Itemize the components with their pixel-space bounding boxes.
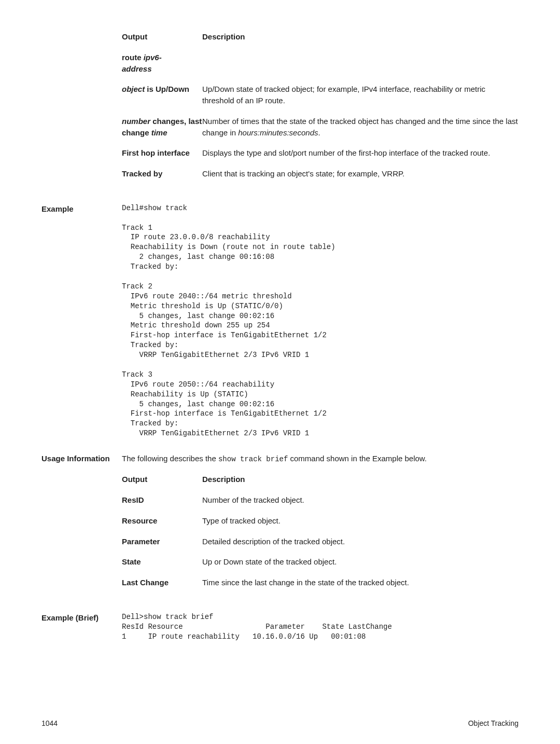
row-term: Parameter xyxy=(122,536,202,547)
table-row: number changes, last change time Number … xyxy=(122,116,519,139)
row-desc: Type of tracked object. xyxy=(202,515,519,527)
usage-header-row: Output Description xyxy=(122,474,519,485)
table-row: object is Up/Down Up/Down state of track… xyxy=(122,84,519,106)
top-output-table: Output Description route ipv6-address ob… xyxy=(41,31,519,189)
row-desc: Time since the last change in the state … xyxy=(202,577,519,588)
row-term: State xyxy=(122,556,202,568)
row-desc: Up/Down state of tracked object; for exa… xyxy=(202,84,519,106)
row-term: Resource xyxy=(122,515,202,527)
row-desc: Displays the type and slot/port number o… xyxy=(202,147,519,159)
table-row: Last Change Time since the last change i… xyxy=(122,577,519,588)
row-desc: Client that is tracking an object's stat… xyxy=(202,168,519,180)
header-desc: Description xyxy=(202,31,519,43)
table-row: First hop interface Displays the type an… xyxy=(122,147,519,159)
page-footer: 1044 Object Tracking xyxy=(41,718,519,728)
row-desc: Detailed description of the tracked obje… xyxy=(202,536,519,547)
sidebar-col: Output Description route ipv6-address ob… xyxy=(41,31,519,189)
row-term: object is Up/Down xyxy=(122,84,202,106)
example-code: Dell#show track Track 1 IP route 23.0.0.… xyxy=(122,203,519,438)
header-output: Output xyxy=(122,31,202,43)
row-desc: Number of times that the state of the tr… xyxy=(202,116,519,139)
table-row: Tracked by Client that is tracking an ob… xyxy=(122,168,519,180)
example-brief-label: Example (Brief) xyxy=(41,612,122,642)
table-row: route ipv6-address xyxy=(122,52,519,75)
row-term: Last Change xyxy=(122,577,202,588)
example-section: Example Dell#show track Track 1 IP route… xyxy=(41,203,519,438)
example-label: Example xyxy=(41,203,122,438)
page-number: 1044 xyxy=(41,718,58,728)
row-desc: Up or Down state of the tracked object. xyxy=(202,556,519,568)
row-term: Tracked by xyxy=(122,168,202,180)
usage-header-desc: Description xyxy=(202,474,519,485)
table-row: Parameter Detailed description of the tr… xyxy=(122,536,519,547)
row-term: number changes, last change time xyxy=(122,116,202,139)
section-title: Object Tracking xyxy=(468,718,519,728)
example-brief-section: Example (Brief) Dell>show track brief Re… xyxy=(41,612,519,642)
row-desc: Number of the tracked object. xyxy=(202,494,519,506)
row-desc xyxy=(202,52,519,75)
row-term: route ipv6-address xyxy=(122,52,202,75)
row-term: ResID xyxy=(122,494,202,506)
table-header-row: Output Description xyxy=(122,31,519,43)
usage-intro: The following describes the show track b… xyxy=(122,453,519,464)
usage-section: Usage Information The following describe… xyxy=(41,453,519,598)
table-row: Resource Type of tracked object. xyxy=(122,515,519,527)
table-row: ResID Number of the tracked object. xyxy=(122,494,519,506)
usage-label: Usage Information xyxy=(41,453,122,598)
row-term: First hop interface xyxy=(122,147,202,159)
usage-header-output: Output xyxy=(122,474,202,485)
example-brief-code: Dell>show track brief ResId Resource Par… xyxy=(122,612,519,642)
table-row: State Up or Down state of the tracked ob… xyxy=(122,556,519,568)
